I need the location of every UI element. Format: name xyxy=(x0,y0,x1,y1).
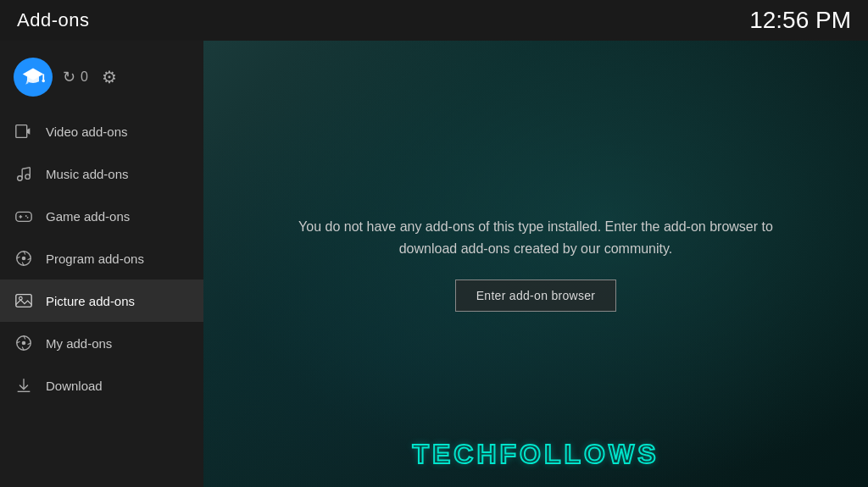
sidebar-top-controls: ↻ 0 ⚙ xyxy=(0,49,203,110)
svg-rect-22 xyxy=(16,295,31,307)
enter-addon-browser-button[interactable]: Enter add-on browser xyxy=(455,279,617,312)
content-area: You do not have any add-ons of this type… xyxy=(203,41,868,487)
sidebar-item-label-download: Download xyxy=(46,379,103,393)
my-addons-icon xyxy=(14,333,34,353)
sidebar-item-label-music: Music add-ons xyxy=(46,167,129,181)
page-title: Add-ons xyxy=(17,9,89,31)
content-inner: You do not have any add-ons of this type… xyxy=(264,199,807,329)
program-icon xyxy=(14,248,34,268)
download-icon xyxy=(14,375,34,396)
svg-point-14 xyxy=(25,215,27,217)
sidebar-nav: Video add-ons Music add-ons Game add-ons xyxy=(0,110,203,407)
sidebar: ↻ 0 ⚙ Video add-ons Music add-ons xyxy=(0,41,203,487)
sidebar-item-my-addons[interactable]: My add-ons xyxy=(0,322,203,364)
svg-point-15 xyxy=(27,217,29,219)
svg-rect-11 xyxy=(16,212,31,221)
svg-point-6 xyxy=(18,176,23,181)
svg-point-21 xyxy=(22,257,26,261)
svg-point-7 xyxy=(25,174,31,180)
empty-state-message: You do not have any add-ons of this type… xyxy=(281,216,790,259)
main-layout: ↻ 0 ⚙ Video add-ons Music add-ons xyxy=(0,41,868,487)
header: Add-ons 12:56 PM xyxy=(0,0,868,41)
sidebar-item-label-game: Game add-ons xyxy=(46,209,130,224)
svg-point-29 xyxy=(22,341,26,346)
clock: 12:56 PM xyxy=(749,7,851,34)
sidebar-item-game[interactable]: Game add-ons xyxy=(0,195,203,237)
picture-icon xyxy=(14,291,34,311)
refresh-icon: ↻ xyxy=(63,68,75,86)
sidebar-item-video[interactable]: Video add-ons xyxy=(0,110,203,152)
svg-point-2 xyxy=(42,80,46,83)
sidebar-item-label-video: Video add-ons xyxy=(46,125,127,139)
game-icon xyxy=(14,206,34,226)
settings-icon[interactable]: ⚙ xyxy=(102,67,117,87)
sidebar-item-download[interactable]: Download xyxy=(0,364,203,407)
sidebar-item-music[interactable]: Music add-ons xyxy=(0,152,203,195)
refresh-count: 0 xyxy=(81,69,88,85)
video-icon xyxy=(14,121,34,141)
svg-line-10 xyxy=(22,168,30,169)
refresh-button[interactable]: ↻ 0 xyxy=(63,68,88,86)
watermark-text: TECHFOLLOWS xyxy=(412,439,659,470)
sidebar-item-label-picture: Picture add-ons xyxy=(46,294,135,308)
music-icon xyxy=(14,163,34,184)
sidebar-item-picture[interactable]: Picture add-ons xyxy=(0,279,203,322)
addon-manager-icon[interactable] xyxy=(14,58,53,97)
sidebar-item-label-program: Program add-ons xyxy=(46,252,144,266)
sidebar-item-label-my-addons: My add-ons xyxy=(46,336,112,351)
svg-rect-4 xyxy=(16,125,27,138)
sidebar-item-program[interactable]: Program add-ons xyxy=(0,237,203,279)
